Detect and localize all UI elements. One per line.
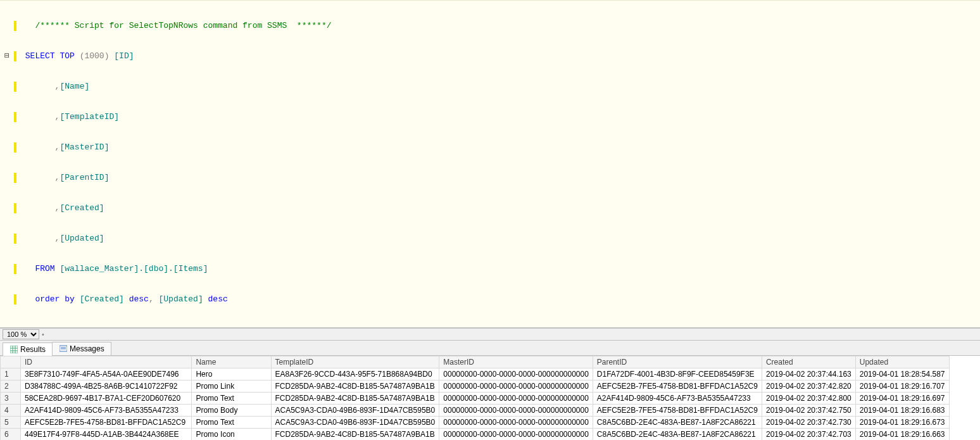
- cell-name[interactable]: Promo Icon: [192, 429, 271, 441]
- cell-parent[interactable]: A2AF414D-9809-45C6-AF73-BA5355A47233: [593, 393, 762, 405]
- zoom-bar: 100 % •: [0, 328, 980, 341]
- cell-template[interactable]: EA8A3F26-9CCD-443A-95F5-71B868A94BD0: [271, 368, 439, 380]
- cell-id[interactable]: 449E17F4-97F8-445D-A1AB-3B4424A368EE: [21, 429, 192, 441]
- cell-master[interactable]: 00000000-0000-0000-0000-000000000000: [439, 429, 593, 441]
- cell-master[interactable]: 00000000-0000-0000-0000-000000000000: [439, 405, 593, 417]
- cell-updated[interactable]: 2019-04-01 18:29:16.663: [855, 429, 949, 441]
- sql-editor-pane[interactable]: /****** Script for SelectTopNRows comman…: [0, 0, 980, 328]
- header-updated[interactable]: Updated: [855, 356, 949, 368]
- cell-template[interactable]: FCD285DA-9AB2-4C8D-B185-5A7487A9BA1B: [271, 429, 439, 441]
- cell-id[interactable]: AEFC5E2B-7FE5-4758-BD81-BFFDAC1A52C9: [21, 417, 192, 429]
- sql-editor[interactable]: /****** Script for SelectTopNRows comman…: [0, 1, 980, 327]
- grid-icon: [9, 346, 18, 354]
- cell-updated[interactable]: 2019-04-01 18:29:16.707: [855, 380, 949, 393]
- cell-template[interactable]: ACA5C9A3-CDA0-49B6-893F-1D4A7CB595B0: [271, 417, 439, 429]
- cell-template[interactable]: ACA5C9A3-CDA0-49B6-893F-1D4A7CB595B0: [271, 405, 439, 417]
- zoom-select[interactable]: 100 %: [3, 329, 39, 339]
- cell-name[interactable]: Hero: [192, 368, 271, 380]
- cell-created[interactable]: 2019-04-02 20:37:42.800: [762, 393, 855, 405]
- cell-created[interactable]: 2019-04-02 20:37:44.163: [762, 368, 855, 380]
- header-master[interactable]: MasterID: [439, 356, 593, 368]
- cell-parent[interactable]: C8A5C6BD-2E4C-483A-BE87-1A8F2CA86221: [593, 429, 762, 441]
- results-table: ID Name TemplateID MasterID ParentID Cre…: [0, 356, 950, 440]
- tab-messages[interactable]: Messages: [52, 342, 111, 355]
- table-row[interactable]: 2D384788C-499A-4B25-8A6B-9C1410722F92Pro…: [1, 380, 950, 393]
- header-created[interactable]: Created: [762, 356, 855, 368]
- cell-rownum[interactable]: 5: [1, 417, 21, 429]
- table-row[interactable]: 5AEFC5E2B-7FE5-4758-BD81-BFFDAC1A52C9Pro…: [1, 417, 950, 429]
- cell-template[interactable]: FCD285DA-9AB2-4C8D-B185-5A7487A9BA1B: [271, 393, 439, 405]
- table-row[interactable]: 4A2AF414D-9809-45C6-AF73-BA5355A47233Pro…: [1, 405, 950, 417]
- cell-updated[interactable]: 2019-04-01 18:29:16.673: [855, 417, 949, 429]
- table-row[interactable]: 358CEA28D-9697-4B17-B7A1-CEF20D607620Pro…: [1, 393, 950, 405]
- result-tabs: Results Messages: [0, 341, 980, 356]
- header-id[interactable]: ID: [21, 356, 192, 368]
- header-template[interactable]: TemplateID: [271, 356, 439, 368]
- cell-parent[interactable]: AEFC5E2B-7FE5-4758-BD81-BFFDAC1A52C9: [593, 380, 762, 393]
- cell-id[interactable]: 3E8F7310-749F-4FA5-A54A-0AEE90DE7496: [21, 368, 192, 380]
- svg-rect-0: [10, 346, 18, 353]
- cell-id[interactable]: A2AF414D-9809-45C6-AF73-BA5355A47233: [21, 405, 192, 417]
- cell-parent[interactable]: AEFC5E2B-7FE5-4758-BD81-BFFDAC1A52C9: [593, 405, 762, 417]
- messages-icon: [59, 345, 67, 353]
- table-row[interactable]: 13E8F7310-749F-4FA5-A54A-0AEE90DE7496Her…: [1, 368, 950, 380]
- zoom-dropdown-icon: •: [42, 330, 44, 338]
- cell-name[interactable]: Promo Text: [192, 393, 271, 405]
- results-grid-scroll[interactable]: ID Name TemplateID MasterID ParentID Cre…: [0, 356, 980, 440]
- tab-messages-label: Messages: [70, 344, 104, 353]
- cell-id[interactable]: D384788C-499A-4B25-8A6B-9C1410722F92: [21, 380, 192, 393]
- cell-created[interactable]: 2019-04-02 20:37:42.703: [762, 429, 855, 441]
- table-row[interactable]: 6449E17F4-97F8-445D-A1AB-3B4424A368EEPro…: [1, 429, 950, 441]
- cell-updated[interactable]: 2019-04-01 18:29:16.697: [855, 393, 949, 405]
- cell-created[interactable]: 2019-04-02 20:37:42.820: [762, 380, 855, 393]
- cell-master[interactable]: 00000000-0000-0000-0000-000000000000: [439, 417, 593, 429]
- cell-template[interactable]: FCD285DA-9AB2-4C8D-B185-5A7487A9BA1B: [271, 380, 439, 393]
- header-parent[interactable]: ParentID: [593, 356, 762, 368]
- cell-rownum[interactable]: 2: [1, 380, 21, 393]
- cell-parent[interactable]: C8A5C6BD-2E4C-483A-BE87-1A8F2CA86221: [593, 417, 762, 429]
- cell-rownum[interactable]: 1: [1, 368, 21, 380]
- cell-created[interactable]: 2019-04-02 20:37:42.730: [762, 417, 855, 429]
- cell-created[interactable]: 2019-04-02 20:37:42.750: [762, 405, 855, 417]
- tab-results-label: Results: [20, 345, 46, 354]
- cell-id[interactable]: 58CEA28D-9697-4B17-B7A1-CEF20D607620: [21, 393, 192, 405]
- cell-parent[interactable]: D1FA72DF-4001-4B3D-8F9F-CEED85459F3E: [593, 368, 762, 380]
- cell-master[interactable]: 00000000-0000-0000-0000-000000000000: [439, 368, 593, 380]
- cell-rownum[interactable]: 3: [1, 393, 21, 405]
- fold-icon[interactable]: ⊟: [0, 51, 14, 61]
- cell-rownum[interactable]: 4: [1, 405, 21, 417]
- tab-results[interactable]: Results: [3, 343, 53, 356]
- cell-name[interactable]: Promo Body: [192, 405, 271, 417]
- table-header-row: ID Name TemplateID MasterID ParentID Cre…: [1, 356, 950, 368]
- header-name[interactable]: Name: [192, 356, 271, 368]
- cell-rownum[interactable]: 6: [1, 429, 21, 441]
- cell-updated[interactable]: 2019-04-01 18:29:16.683: [855, 405, 949, 417]
- cell-master[interactable]: 00000000-0000-0000-0000-000000000000: [439, 380, 593, 393]
- cell-name[interactable]: Promo Link: [192, 380, 271, 393]
- header-rownum[interactable]: [1, 356, 21, 368]
- sql-comment: /****** Script for SelectTopNRows comman…: [35, 21, 331, 30]
- cell-master[interactable]: 00000000-0000-0000-0000-000000000000: [439, 393, 593, 405]
- cell-updated[interactable]: 2019-04-01 18:28:54.587: [855, 368, 949, 380]
- cell-name[interactable]: Promo Text: [192, 417, 271, 429]
